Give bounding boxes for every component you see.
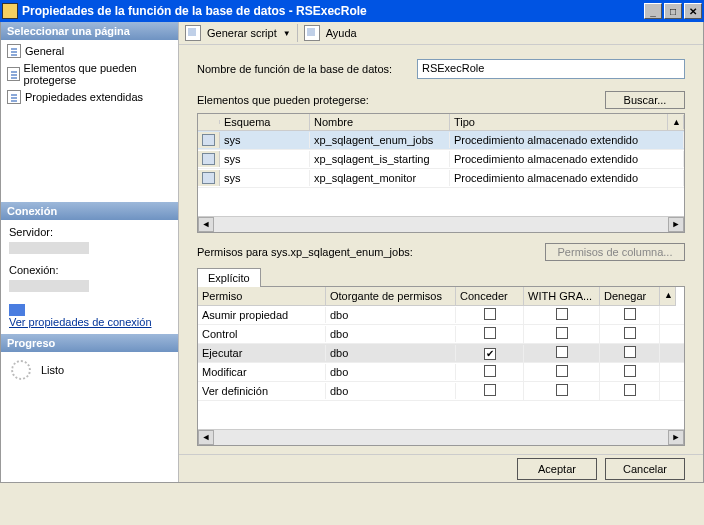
- search-button[interactable]: Buscar...: [605, 91, 685, 109]
- col-name[interactable]: Nombre: [310, 114, 450, 130]
- view-connection-props-link[interactable]: Ver propiedades de conexión: [9, 316, 152, 328]
- hscroll-track[interactable]: [214, 430, 668, 445]
- cell-permission: Modificar: [198, 364, 326, 380]
- role-name-input[interactable]: RSExecRole: [417, 59, 685, 79]
- cell-grantor: dbo: [326, 383, 456, 399]
- checkbox[interactable]: [624, 346, 636, 358]
- page-icon: [7, 90, 21, 104]
- role-name-label: Nombre de función de la base de datos:: [197, 63, 407, 75]
- cell-type: Procedimiento almacenado extendido: [450, 132, 684, 148]
- cell-permission: Ver definición: [198, 383, 326, 399]
- checkbox[interactable]: [556, 346, 568, 358]
- permission-row[interactable]: Controldbo: [198, 325, 684, 344]
- connection-value: [9, 280, 89, 292]
- title-bar: Propiedades de la función de la base de …: [0, 0, 704, 22]
- permission-row[interactable]: Asumir propiedaddbo: [198, 306, 684, 325]
- checkbox[interactable]: [556, 384, 568, 396]
- checkbox[interactable]: [624, 365, 636, 377]
- progress-spinner-icon: [11, 360, 31, 380]
- script-dropdown-icon[interactable]: ▼: [283, 29, 291, 38]
- cell-schema: sys: [220, 132, 310, 148]
- close-button[interactable]: ✕: [684, 3, 702, 19]
- progress-header: Progreso: [1, 334, 178, 352]
- page-icon: [7, 44, 21, 58]
- cell-name: xp_sqlagent_is_starting: [310, 151, 450, 167]
- cell-schema: sys: [220, 151, 310, 167]
- checkbox[interactable]: [624, 384, 636, 396]
- progress-status: Listo: [41, 364, 64, 376]
- cell-schema: sys: [220, 170, 310, 186]
- window-icon: [2, 3, 18, 19]
- row-header-col: [198, 120, 220, 124]
- checkbox[interactable]: [484, 308, 496, 320]
- server-label: Servidor:: [9, 226, 170, 238]
- page-label: Propiedades extendidas: [25, 91, 143, 103]
- scroll-right-icon[interactable]: ►: [668, 430, 684, 445]
- generate-script-button[interactable]: Generar script: [207, 27, 277, 39]
- connection-props-icon: [9, 304, 25, 316]
- permissions-grid[interactable]: Permiso Otorgante de permisos Conceder W…: [197, 286, 685, 446]
- cell-name: xp_sqlagent_enum_jobs: [310, 132, 450, 148]
- permission-row[interactable]: Ejecutardbo✔: [198, 344, 684, 363]
- checkbox[interactable]: [624, 327, 636, 339]
- page-label: General: [25, 45, 64, 57]
- page-label: Elementos que pueden protegerse: [24, 62, 172, 86]
- cell-grantor: dbo: [326, 345, 456, 361]
- stored-proc-icon: [202, 172, 215, 184]
- sidebar-page-item[interactable]: General: [1, 42, 178, 60]
- script-icon: [185, 25, 201, 41]
- col-type[interactable]: Tipo: [450, 114, 668, 130]
- sidebar-page-item[interactable]: Propiedades extendidas: [1, 88, 178, 106]
- connection-header: Conexión: [1, 202, 178, 220]
- scroll-right-icon[interactable]: ►: [668, 217, 684, 232]
- col-deny[interactable]: Denegar: [600, 287, 660, 306]
- cell-type: Procedimiento almacenado extendido: [450, 151, 684, 167]
- col-schema[interactable]: Esquema: [220, 114, 310, 130]
- securables-grid[interactable]: Esquema Nombre Tipo ▲ sysxp_sqlagent_enu…: [197, 113, 685, 233]
- col-grantor[interactable]: Otorgante de permisos: [326, 287, 456, 306]
- column-permissions-button[interactable]: Permisos de columna...: [545, 243, 685, 261]
- hscroll-track[interactable]: [214, 217, 668, 232]
- col-with-grant[interactable]: WITH GRA...: [524, 287, 600, 306]
- permission-row[interactable]: Modificardbo: [198, 363, 684, 382]
- scroll-left-icon[interactable]: ◄: [198, 217, 214, 232]
- permission-row[interactable]: Ver definicióndbo: [198, 382, 684, 401]
- select-page-header: Seleccionar una página: [1, 22, 178, 40]
- checkbox[interactable]: [556, 365, 568, 377]
- window-title: Propiedades de la función de la base de …: [22, 4, 644, 18]
- col-permission[interactable]: Permiso: [198, 287, 326, 306]
- permissions-for-label: Permisos para sys.xp_sqlagent_enum_jobs:: [197, 246, 545, 258]
- checkbox[interactable]: [484, 365, 496, 377]
- scroll-up-icon[interactable]: ▲: [668, 115, 684, 129]
- scroll-left-icon[interactable]: ◄: [198, 430, 214, 445]
- cell-name: xp_sqlagent_monitor: [310, 170, 450, 186]
- cancel-button[interactable]: Cancelar: [605, 458, 685, 480]
- cell-grantor: dbo: [326, 326, 456, 342]
- ok-button[interactable]: Aceptar: [517, 458, 597, 480]
- checkbox[interactable]: ✔: [484, 348, 496, 360]
- stored-proc-icon: [202, 134, 215, 146]
- maximize-button[interactable]: □: [664, 3, 682, 19]
- securable-row[interactable]: sysxp_sqlagent_enum_jobsProcedimiento al…: [198, 131, 684, 150]
- connection-label: Conexión:: [9, 264, 170, 276]
- sidebar-page-item[interactable]: Elementos que pueden protegerse: [1, 60, 178, 88]
- help-icon: [304, 25, 320, 41]
- cell-grantor: dbo: [326, 307, 456, 323]
- page-icon: [7, 67, 20, 81]
- cell-permission: Control: [198, 326, 326, 342]
- tab-explicit[interactable]: Explícito: [197, 268, 261, 287]
- minimize-button[interactable]: _: [644, 3, 662, 19]
- scroll-up-icon[interactable]: ▲: [660, 287, 676, 306]
- securable-row[interactable]: sysxp_sqlagent_is_startingProcedimiento …: [198, 150, 684, 169]
- checkbox[interactable]: [556, 308, 568, 320]
- col-grant[interactable]: Conceder: [456, 287, 524, 306]
- cell-grantor: dbo: [326, 364, 456, 380]
- checkbox[interactable]: [484, 327, 496, 339]
- checkbox[interactable]: [484, 384, 496, 396]
- securable-row[interactable]: sysxp_sqlagent_monitorProcedimiento alma…: [198, 169, 684, 188]
- cell-type: Procedimiento almacenado extendido: [450, 170, 684, 186]
- checkbox[interactable]: [624, 308, 636, 320]
- help-button[interactable]: Ayuda: [326, 27, 357, 39]
- server-value: [9, 242, 89, 254]
- checkbox[interactable]: [556, 327, 568, 339]
